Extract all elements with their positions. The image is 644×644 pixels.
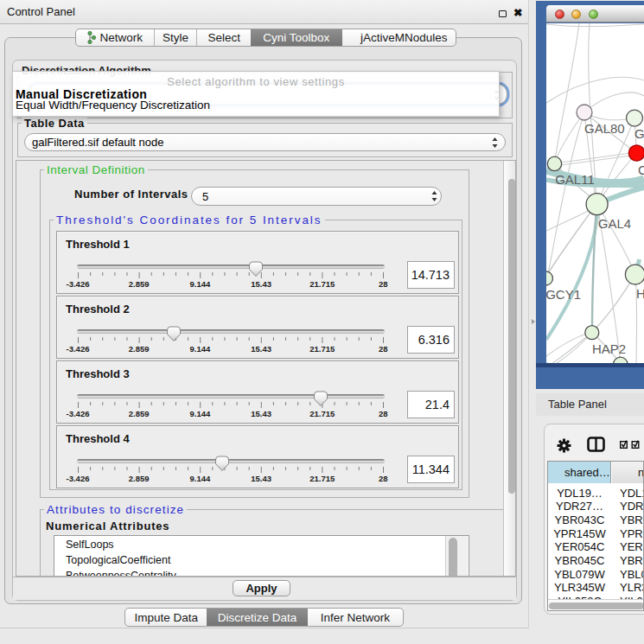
- svg-text:GAL11: GAL11: [555, 172, 595, 187]
- svg-text:H: H: [636, 286, 644, 301]
- svg-text:HAP2: HAP2: [592, 341, 626, 356]
- svg-text:C: C: [638, 163, 644, 177]
- svg-text:GA: GA: [634, 126, 644, 141]
- svg-text:GAL80: GAL80: [584, 121, 625, 136]
- svg-text:GCY1: GCY1: [546, 287, 581, 302]
- svg-text:GAL4: GAL4: [598, 216, 631, 231]
